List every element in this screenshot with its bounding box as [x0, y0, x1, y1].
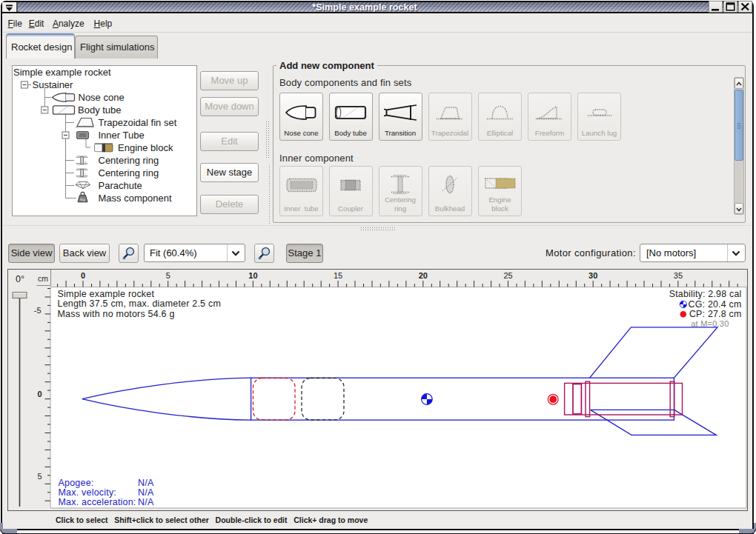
- svg-text:Max. acceleration:: Max. acceleration:: [59, 497, 136, 507]
- svg-text:CG: 20.4 cm: CG: 20.4 cm: [689, 299, 742, 310]
- svg-text:N/A: N/A: [138, 478, 154, 488]
- svg-text:cm: cm: [38, 274, 48, 283]
- svg-text:Simple example rocket: Simple example rocket: [58, 289, 155, 299]
- svg-text:0°: 0°: [16, 274, 24, 284]
- svg-text:0: 0: [37, 390, 42, 398]
- svg-text:25: 25: [503, 271, 512, 280]
- svg-text:15: 15: [334, 271, 342, 280]
- svg-text:N/A: N/A: [138, 487, 154, 498]
- svg-text:0: 0: [81, 271, 85, 280]
- svg-text:Length 37.5 cm, max. diameter: Length 37.5 cm, max. diameter 2.5 cm: [58, 298, 222, 309]
- svg-text:Stability: 2.98 cal: Stability: 2.98 cal: [669, 289, 742, 299]
- svg-text:5: 5: [37, 472, 42, 481]
- svg-text:10: 10: [248, 271, 257, 280]
- svg-text:CP: 27.8 cm: CP: 27.8 cm: [689, 309, 742, 319]
- svg-text:-5: -5: [34, 306, 42, 315]
- svg-text:20: 20: [419, 271, 428, 280]
- svg-text:35: 35: [674, 271, 683, 280]
- svg-text:at M=0.30: at M=0.30: [691, 319, 729, 328]
- svg-text:N/A: N/A: [138, 497, 154, 507]
- svg-text:Apogee:: Apogee:: [59, 478, 94, 488]
- svg-text:5: 5: [166, 271, 170, 280]
- svg-text:Mass with no motors 54.6 g: Mass with no motors 54.6 g: [58, 309, 175, 319]
- svg-text:30: 30: [588, 271, 597, 280]
- svg-text:Max. velocity:: Max. velocity:: [59, 487, 117, 498]
